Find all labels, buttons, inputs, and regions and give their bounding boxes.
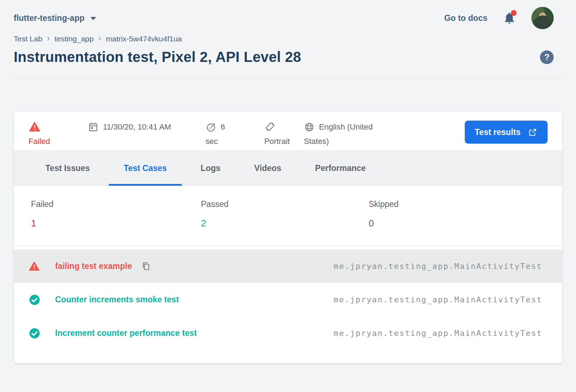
test-matrix-card: Failed 11/30/20, 10:41 AM (14, 112, 562, 364)
title-row: Instrumentation test, Pixel 2, API Level… (0, 44, 576, 65)
go-to-docs-link[interactable]: Go to docs (444, 13, 487, 23)
tab-bar: Test Issues Test Cases Logs Videos Perfo… (14, 150, 562, 186)
tab-logs[interactable]: Logs (185, 151, 235, 185)
tab-videos[interactable]: Videos (239, 151, 296, 185)
project-name: flutter-testing-app (14, 13, 85, 23)
project-selector[interactable]: flutter-testing-app (14, 13, 96, 23)
summary-passed: Passed 2 (201, 199, 369, 245)
breadcrumb-test-lab[interactable]: Test Lab (14, 35, 42, 43)
tab-test-cases[interactable]: Test Cases (109, 151, 182, 185)
calendar-icon (88, 122, 99, 132)
copy-button[interactable] (141, 261, 151, 271)
summary-value: 1 (31, 218, 201, 229)
test-case-row[interactable]: Increment counter performance test me.jp… (14, 316, 562, 350)
summary-value: 0 (369, 218, 399, 229)
summary-label: Skipped (369, 199, 399, 209)
screen-rotation-icon (264, 121, 276, 132)
summary-label: Failed (31, 199, 201, 209)
breadcrumb-testing-app[interactable]: testing_app (54, 35, 94, 43)
status-datetime: 11/30/20, 10:41 AM (88, 120, 206, 150)
test-case-row[interactable]: failing test example me.jpryan.testing_a… (14, 249, 562, 283)
rows-gap (14, 246, 562, 249)
status-bar: Failed 11/30/20, 10:41 AM (14, 112, 562, 150)
test-case-class: me.jpryan.testing_app.MainActivityTest (334, 329, 542, 338)
summary-label: Passed (201, 199, 369, 209)
summary-failed: Failed 1 (31, 199, 201, 245)
warning-triangle-icon (28, 261, 41, 272)
breadcrumb-matrix[interactable]: matrix-5w474vku4f1ua (106, 35, 182, 43)
check-circle-icon (28, 327, 41, 339)
tab-test-issues[interactable]: Test Issues (30, 151, 105, 185)
test-results-button[interactable]: Test results (465, 121, 548, 144)
status-orientation: Portrait (264, 120, 304, 150)
notification-badge (511, 10, 517, 16)
timer-icon (206, 122, 216, 132)
summary-skipped: Skipped 0 (369, 199, 399, 245)
question-mark-icon: ? (544, 52, 550, 62)
page-title: Instrumentation test, Pixel 2, API Level… (14, 49, 301, 65)
header-divider (14, 78, 562, 78)
test-case-class: me.jpryan.testing_app.MainActivityTest (334, 295, 542, 304)
status-duration: 6 sec (206, 120, 264, 150)
status-label: Failed (28, 137, 50, 146)
globe-icon (304, 122, 315, 132)
warning-triangle-icon (28, 121, 41, 132)
status-locale: English (United States) (304, 120, 394, 150)
datetime-label: 11/30/20, 10:41 AM (103, 122, 171, 131)
check-circle-icon (28, 294, 41, 306)
tab-performance[interactable]: Performance (300, 151, 381, 185)
test-results-label: Test results (475, 127, 521, 137)
orientation-label: Portrait (264, 137, 290, 146)
chevron-down-icon (90, 17, 96, 20)
test-case-name[interactable]: Increment counter performance test (55, 328, 197, 338)
topbar-actions: Go to docs (444, 7, 554, 29)
test-case-name[interactable]: failing test example (55, 261, 132, 271)
test-case-row[interactable]: Counter increments smoke test me.jpryan.… (14, 283, 562, 316)
notifications-button[interactable] (503, 11, 516, 25)
open-in-new-icon (528, 127, 537, 137)
chevron-right-icon: › (98, 33, 101, 43)
test-case-class: me.jpryan.testing_app.MainActivityTest (334, 262, 542, 271)
summary-value: 2 (201, 218, 369, 229)
summary-counts: Failed 1 Passed 2 Skipped 0 (14, 186, 562, 245)
breadcrumb: Test Lab › testing_app › matrix-5w474vku… (0, 27, 576, 44)
test-case-name[interactable]: Counter increments smoke test (55, 295, 179, 305)
avatar[interactable] (531, 7, 554, 29)
topbar: flutter-testing-app Go to docs (0, 0, 576, 27)
help-button[interactable]: ? (540, 50, 554, 64)
chevron-right-icon: › (47, 33, 50, 43)
status-failed: Failed (28, 120, 88, 150)
copy-icon (141, 261, 151, 271)
